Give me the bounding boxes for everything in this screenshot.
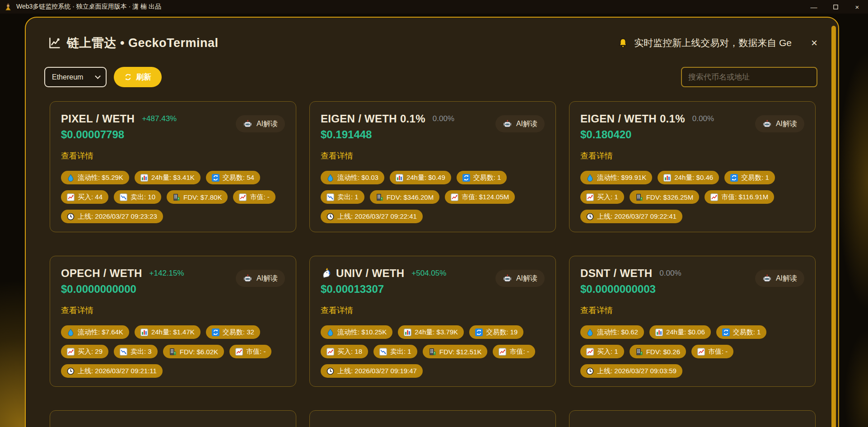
ai-analyze-button[interactable]: AI解读 xyxy=(495,115,545,132)
chart-line-icon xyxy=(48,37,61,49)
view-details-link[interactable]: 查看详情 xyxy=(61,150,93,161)
chart-down-icon xyxy=(120,348,127,356)
chart-down-icon xyxy=(327,193,334,201)
ai-analyze-label: AI解读 xyxy=(776,119,797,129)
chart-up-icon xyxy=(499,348,506,356)
badge-label: 卖出: 1 xyxy=(337,193,359,202)
stat-badge: 交易数: 32 xyxy=(206,325,260,339)
pair-name: PIXEL / WETH xyxy=(61,113,135,125)
ai-analyze-button[interactable]: AI解读 xyxy=(495,270,545,287)
close-panel-button[interactable]: × xyxy=(811,38,817,48)
vertical-scrollbar[interactable] xyxy=(831,26,836,427)
robot-icon xyxy=(243,119,252,129)
monitor-notice-text: 实时监控新上线交易对，数据来自 Ge xyxy=(634,37,792,49)
chain-select[interactable]: Ethereum xyxy=(44,67,107,87)
card-head: EIGEN / WETH 0.1% 0.00% $0.180420 xyxy=(580,113,714,141)
badge-label: 流动性: $7.64K xyxy=(78,328,123,337)
badge-label: 24h量: $0.46 xyxy=(674,174,713,182)
pair-name: EIGEN / WETH 0.1% xyxy=(580,113,685,125)
badge-label: 流动性: $99.91K xyxy=(597,174,646,182)
close-window-button[interactable]: × xyxy=(846,0,868,14)
badge-label: 卖出: 1 xyxy=(390,347,411,356)
pair-name: OPECH / WETH xyxy=(61,267,142,280)
badge-label: 交易数: 1 xyxy=(473,174,501,182)
badge-label: FDV: $346.20M xyxy=(387,193,434,201)
stat-badge: 卖出: 3 xyxy=(114,345,158,358)
bar-chart-icon xyxy=(655,328,663,336)
pair-price: $0.191448 xyxy=(321,128,454,141)
badge-list: 流动性: $5.29K 24h量: $3.41K 交易数: 54 买入: 44 … xyxy=(61,171,285,223)
robot-icon xyxy=(243,274,252,283)
stat-badge: 卖出: 1 xyxy=(373,345,417,358)
badge-label: 上线: 2026/03/27 09:19:47 xyxy=(337,367,417,375)
window-controls: — × xyxy=(803,0,868,14)
clock-icon xyxy=(67,367,75,375)
view-details-link[interactable]: 查看详情 xyxy=(580,150,613,161)
refresh-icon xyxy=(124,73,132,81)
stat-badge: 买入: 18 xyxy=(321,345,368,358)
ai-analyze-label: AI解读 xyxy=(257,274,278,283)
stat-badge: 流动性: $0.03 xyxy=(321,171,384,184)
clock-icon xyxy=(327,367,334,375)
search-input[interactable] xyxy=(681,67,817,87)
price-change: 0.00% xyxy=(692,114,714,123)
badge-list: 流动性: $99.91K 24h量: $0.46 交易数: 1 买入: 1 FD… xyxy=(580,171,804,223)
view-details-link[interactable]: 查看详情 xyxy=(321,305,353,316)
ai-analyze-button[interactable]: AI解读 xyxy=(755,270,804,287)
card-head: EIGEN / WETH 0.1% 0.00% $0.191448 xyxy=(321,113,454,141)
stat-badge: 流动性: $7.64K xyxy=(61,325,129,339)
maximize-button[interactable] xyxy=(825,0,846,14)
badge-label: 24h量: $0.49 xyxy=(406,174,445,182)
stat-badge: 上线: 2026/03/27 09:19:47 xyxy=(321,364,423,378)
badge-label: 市值: - xyxy=(246,347,266,356)
maximize-icon xyxy=(833,5,838,9)
chevron-down-icon xyxy=(95,73,101,79)
badge-label: 上线: 2026/03/27 09:21:11 xyxy=(78,367,157,375)
chart-up-icon xyxy=(586,193,594,201)
chart-up-icon xyxy=(67,348,75,356)
building-icon xyxy=(169,348,177,356)
swap-icon xyxy=(462,174,470,182)
badge-list: 流动性: $0.62 24h量: $0.06 交易数: 1 买入: 1 FDV:… xyxy=(580,325,804,378)
price-change: +487.43% xyxy=(142,114,177,123)
badge-label: 市值: $124.05M xyxy=(462,193,509,202)
badge-label: 买入: 44 xyxy=(78,193,103,202)
stat-badge: 流动性: $5.29K xyxy=(61,171,129,184)
pair-price: $0.0000000000 xyxy=(61,283,184,296)
minimize-button[interactable]: — xyxy=(803,0,825,14)
gecko-radar-panel: 链上雷达 • GeckoTerminal 实时监控新上线交易对，数据来自 Ge … xyxy=(25,17,839,427)
pair-card-partial xyxy=(309,410,556,427)
monitor-notice: 实时监控新上线交易对，数据来自 Ge × xyxy=(618,37,817,49)
building-icon xyxy=(429,348,436,356)
stat-badge: 上线: 2026/03/27 09:21:11 xyxy=(61,364,163,378)
stat-badge: 上线: 2026/03/27 09:03:59 xyxy=(580,364,682,378)
ai-analyze-button[interactable]: AI解读 xyxy=(755,115,804,132)
price-change: +142.15% xyxy=(149,269,184,278)
ai-analyze-button[interactable]: AI解读 xyxy=(236,115,285,132)
refresh-button[interactable]: 刷新 xyxy=(114,67,162,87)
chart-up-icon xyxy=(451,193,458,201)
pair-name: UNIV / WETH xyxy=(336,267,404,280)
window-title: Web3多链监控系统 · 独立桌面应用版本 · 潇 楠 出品 xyxy=(16,3,161,11)
stat-badge: 24h量: $0.49 xyxy=(390,171,451,184)
window-titlebar: Web3多链监控系统 · 独立桌面应用版本 · 潇 楠 出品 — × xyxy=(0,0,868,14)
ai-analyze-label: AI解读 xyxy=(776,274,797,283)
badge-list: 流动性: $0.03 24h量: $0.49 交易数: 1 卖出: 1 FDV:… xyxy=(321,171,545,223)
view-details-link[interactable]: 查看详情 xyxy=(321,150,353,161)
stat-badge: FDV: $12.51K xyxy=(423,345,488,358)
ai-analyze-button[interactable]: AI解读 xyxy=(236,270,285,287)
view-details-link[interactable]: 查看详情 xyxy=(580,305,613,316)
badge-list: 流动性: $10.25K 24h量: $3.79K 交易数: 19 买入: 18… xyxy=(321,325,545,378)
stat-badge: 交易数: 54 xyxy=(206,171,260,184)
stat-badge: 市值: - xyxy=(691,345,733,358)
stat-badge: 24h量: $3.79K xyxy=(398,325,464,339)
app-logo-icon xyxy=(4,3,12,11)
pair-price: $0.00013307 xyxy=(321,283,446,296)
view-details-link[interactable]: 查看详情 xyxy=(61,305,93,316)
badge-label: FDV: $0.26 xyxy=(646,348,680,356)
swap-icon xyxy=(722,328,730,336)
price-change: 0.00% xyxy=(433,114,454,123)
droplet-icon xyxy=(327,174,334,182)
stat-badge: 市值: - xyxy=(229,345,271,358)
stat-badge: 市值: $124.05M xyxy=(445,190,515,204)
